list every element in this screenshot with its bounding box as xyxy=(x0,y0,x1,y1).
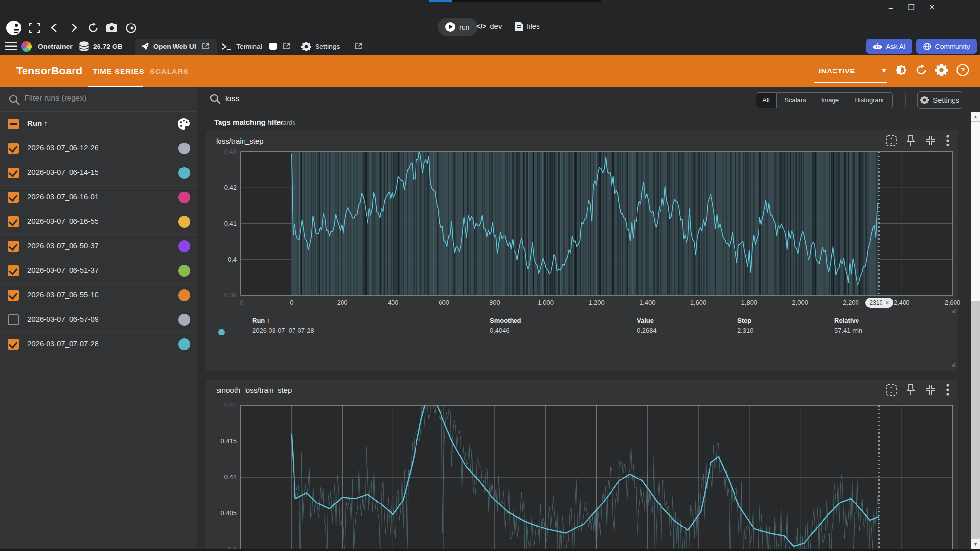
forward-icon[interactable] xyxy=(70,23,78,33)
run-color-dot[interactable] xyxy=(178,314,190,326)
table-header-1: Smoothed xyxy=(490,317,521,324)
window-controls: – ❐ ✕ xyxy=(881,1,942,14)
run-checkbox[interactable] xyxy=(8,290,19,301)
palette-icon[interactable] xyxy=(177,118,190,132)
tag-search-icon xyxy=(210,94,220,106)
x-axis-tick-label: 2,000 xyxy=(785,299,815,306)
filter-chip-all[interactable]: All xyxy=(756,92,777,108)
tab-scalars[interactable]: SCALARS xyxy=(150,67,189,75)
run-row: 2026-03-07_06-55-10 xyxy=(0,283,197,308)
run-checkbox[interactable] xyxy=(8,314,19,325)
filter-chip-scalars[interactable]: Scalars xyxy=(777,92,814,108)
run-color-dot[interactable] xyxy=(178,338,190,350)
y-axis-tick-label: 0.41 xyxy=(224,473,237,480)
chart-plot[interactable] xyxy=(206,130,958,296)
stop-icon[interactable] xyxy=(270,43,277,50)
settings-button[interactable]: Settings xyxy=(917,91,962,109)
help-icon[interactable]: ? xyxy=(956,64,969,76)
tags-matching-header: Tags matching filter xyxy=(214,118,283,126)
reload-icon[interactable] xyxy=(88,23,98,33)
open-web-ui-external-icon[interactable] xyxy=(202,43,209,49)
step-cursor-badge[interactable]: 2310× xyxy=(865,298,894,308)
scrollbar-up-arrow[interactable]: ▲ xyxy=(971,112,980,121)
chevron-down-icon[interactable]: ▼ xyxy=(881,67,887,74)
onetrainer-logo-icon[interactable] xyxy=(21,41,32,52)
window-bottom-edge xyxy=(0,549,980,551)
select-all-checkbox[interactable] xyxy=(8,119,19,129)
refresh-icon[interactable] xyxy=(915,64,927,76)
run-color-dot[interactable] xyxy=(178,143,190,154)
filter-chip-histogram[interactable]: Histogram xyxy=(846,92,893,108)
run-checkbox[interactable] xyxy=(8,265,19,276)
run-list-header: Run ↑ xyxy=(0,112,197,136)
rocket-icon xyxy=(141,42,149,50)
status-dropdown-value[interactable]: INACTIVE xyxy=(819,67,855,75)
app-logo-icon[interactable] xyxy=(6,20,22,36)
run-checkbox[interactable] xyxy=(8,339,19,350)
x-axis-tick-label: 1,400 xyxy=(633,299,662,306)
scrollbar-down-arrow[interactable]: ▼ xyxy=(971,539,980,549)
run-checkbox[interactable] xyxy=(8,143,19,154)
hamburger-menu-icon[interactable] xyxy=(5,41,17,51)
run-checkbox[interactable] xyxy=(8,216,19,227)
code-icon: </> xyxy=(476,23,486,30)
terminal-icon xyxy=(221,42,231,51)
close-button[interactable]: ✕ xyxy=(922,1,942,14)
community-button[interactable]: Community xyxy=(916,39,977,54)
run-color-dot[interactable] xyxy=(178,240,190,252)
card-type-filter-group: AllScalarsImageHistogram xyxy=(756,92,893,108)
run-row: 2026-03-07_07-07-28 xyxy=(0,332,197,357)
robot-icon xyxy=(873,43,882,50)
preview-icon[interactable] xyxy=(126,23,136,33)
mode-tab-dev[interactable]: </> dev xyxy=(476,22,502,30)
fullscreen-icon[interactable] xyxy=(29,23,40,33)
tab-progress-fill xyxy=(429,0,452,2)
app-window: – ❐ ✕ run xyxy=(0,0,980,551)
mode-tab-dev-label: dev xyxy=(490,22,502,30)
minimize-button[interactable]: – xyxy=(881,1,901,14)
run-color-dot[interactable] xyxy=(178,216,190,228)
gear-icon[interactable] xyxy=(935,64,948,76)
run-row: 2026-03-07_06-12-26 xyxy=(0,136,197,161)
run-color-dot[interactable] xyxy=(178,167,190,179)
tensorboard-header: TensorBoard TIME SERIES SCALARS INACTIVE… xyxy=(0,55,980,87)
run-color-dot[interactable] xyxy=(178,192,190,203)
back-icon[interactable] xyxy=(50,23,59,33)
run-color-dot[interactable] xyxy=(178,265,190,277)
table-header-2: Value xyxy=(637,317,654,324)
run-color-dot[interactable] xyxy=(178,289,190,301)
camera-icon[interactable] xyxy=(106,23,117,32)
window-titlebar: – ❐ ✕ run xyxy=(0,0,980,55)
filter-runs-input[interactable]: Filter runs (regex) xyxy=(24,94,86,103)
tag-filter-input[interactable]: loss xyxy=(225,95,239,103)
resize-handle-icon[interactable] xyxy=(949,307,956,313)
settings-external-icon[interactable] xyxy=(355,43,362,49)
table-header-0[interactable]: Run ↑ xyxy=(252,317,270,324)
restore-button[interactable]: ❐ xyxy=(901,1,922,14)
mode-tab-files[interactable]: files xyxy=(515,22,540,31)
memory-icon xyxy=(79,41,89,52)
ask-ai-button[interactable]: Ask AI xyxy=(866,39,912,54)
badge-close-icon[interactable]: × xyxy=(885,299,889,306)
y-axis-tick-label: 0.41 xyxy=(224,220,237,227)
terminal-label[interactable]: Terminal xyxy=(236,43,262,50)
mode-tab-run[interactable]: run xyxy=(438,18,478,36)
run-checkbox[interactable] xyxy=(8,168,19,178)
resize-handle-icon[interactable] xyxy=(949,360,956,367)
mode-tab-files-label: files xyxy=(527,22,540,30)
page-scrollbar[interactable]: ▲ ▼ xyxy=(971,112,980,549)
filter-chip-image[interactable]: Image xyxy=(814,92,846,108)
settings-toolbar-label[interactable]: Settings xyxy=(315,43,340,50)
brightness-icon[interactable] xyxy=(895,64,907,76)
terminal-external-icon[interactable] xyxy=(283,43,290,49)
globe-icon xyxy=(923,43,931,50)
tab-time-series[interactable]: TIME SERIES xyxy=(93,67,145,75)
run-checkbox[interactable] xyxy=(8,192,19,203)
run-name-label: 2026-03-07_06-16-55 xyxy=(27,217,98,225)
scrollbar-thumb[interactable] xyxy=(971,122,980,301)
status-dropdown-underline xyxy=(814,82,887,83)
settings-gear-small-icon xyxy=(920,96,929,104)
run-column-header[interactable]: Run ↑ xyxy=(27,119,48,127)
run-checkbox[interactable] xyxy=(8,241,19,252)
chart-plot[interactable] xyxy=(206,380,958,550)
